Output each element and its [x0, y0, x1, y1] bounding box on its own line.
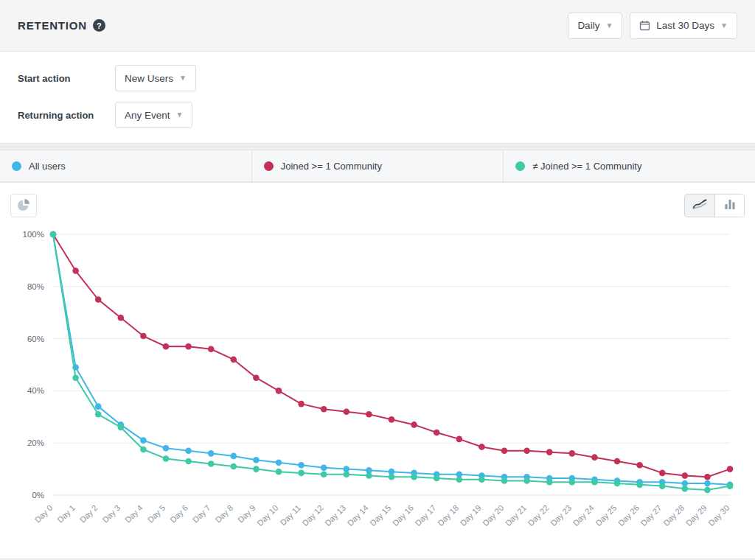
- data-point[interactable]: [72, 267, 79, 274]
- data-point[interactable]: [389, 474, 395, 480]
- data-point[interactable]: [636, 482, 643, 489]
- data-point[interactable]: [321, 471, 327, 477]
- data-point[interactable]: [682, 472, 689, 479]
- bar-chart-icon: [724, 198, 736, 213]
- data-point[interactable]: [411, 421, 417, 428]
- data-point[interactable]: [163, 445, 170, 452]
- data-point[interactable]: [185, 343, 192, 350]
- data-point[interactable]: [163, 343, 170, 350]
- data-point[interactable]: [344, 471, 350, 477]
- data-point[interactable]: [231, 357, 237, 363]
- data-point[interactable]: [185, 448, 192, 455]
- line-chart-view-button[interactable]: [685, 195, 714, 217]
- data-point[interactable]: [659, 483, 666, 489]
- data-point[interactable]: [95, 296, 102, 303]
- data-point[interactable]: [140, 437, 147, 444]
- data-point[interactable]: [591, 479, 598, 486]
- data-point[interactable]: [682, 486, 689, 492]
- data-point[interactable]: [636, 462, 643, 469]
- data-point[interactable]: [434, 430, 440, 436]
- data-point[interactable]: [185, 458, 192, 465]
- svg-text:Day 8: Day 8: [213, 503, 234, 525]
- data-point[interactable]: [95, 411, 102, 418]
- svg-text:Day 7: Day 7: [191, 503, 212, 525]
- data-point[interactable]: [298, 470, 305, 477]
- data-point[interactable]: [456, 436, 463, 443]
- legend-item-not-joined-community[interactable]: ≠ Joined >= 1 Community: [504, 150, 755, 181]
- svg-text:100%: 100%: [23, 230, 44, 239]
- data-point[interactable]: [591, 454, 598, 461]
- data-point[interactable]: [140, 333, 147, 340]
- svg-text:Day 27: Day 27: [639, 503, 663, 528]
- data-point[interactable]: [501, 477, 508, 484]
- data-point[interactable]: [614, 458, 621, 465]
- data-point[interactable]: [95, 403, 102, 410]
- help-icon[interactable]: ?: [93, 19, 105, 32]
- data-point[interactable]: [366, 411, 372, 418]
- data-point[interactable]: [614, 480, 621, 487]
- data-point[interactable]: [523, 477, 530, 484]
- data-point[interactable]: [546, 479, 553, 486]
- data-point[interactable]: [523, 448, 530, 455]
- header-controls: Daily ▼ Last 30 Days ▼: [568, 13, 737, 39]
- svg-text:0%: 0%: [32, 491, 44, 500]
- date-range-value: Last 30 Days: [656, 20, 714, 31]
- legend-item-all-users[interactable]: All users: [0, 150, 252, 181]
- data-point[interactable]: [276, 469, 282, 475]
- svg-text:Day 21: Day 21: [504, 503, 528, 528]
- data-point[interactable]: [208, 346, 215, 352]
- data-point[interactable]: [659, 470, 666, 477]
- legend-label: All users: [29, 161, 66, 172]
- data-point[interactable]: [118, 315, 125, 321]
- start-action-dropdown[interactable]: New Users ▼: [115, 65, 196, 91]
- data-point[interactable]: [321, 465, 327, 472]
- calendar-icon: [639, 20, 650, 31]
- data-point[interactable]: [569, 450, 576, 457]
- data-point[interactable]: [276, 388, 282, 394]
- legend-item-joined-community[interactable]: Joined >= 1 Community: [252, 150, 504, 181]
- data-point[interactable]: [389, 416, 395, 423]
- data-point[interactable]: [704, 487, 711, 494]
- data-point[interactable]: [727, 466, 734, 472]
- data-point[interactable]: [163, 455, 170, 462]
- data-point[interactable]: [208, 450, 215, 457]
- data-point[interactable]: [704, 474, 711, 480]
- data-point[interactable]: [298, 401, 305, 407]
- data-point[interactable]: [231, 463, 237, 470]
- bar-chart-view-button[interactable]: [714, 195, 744, 217]
- data-point[interactable]: [298, 462, 305, 469]
- chart-area: 0%20%40%60%80%100%Day 0Day 1Day 2Day 3Da…: [10, 224, 745, 557]
- data-point[interactable]: [366, 472, 372, 479]
- data-point[interactable]: [276, 459, 282, 466]
- data-point[interactable]: [321, 406, 327, 413]
- data-point[interactable]: [253, 374, 260, 381]
- svg-text:Day 29: Day 29: [684, 503, 709, 528]
- data-point[interactable]: [140, 447, 147, 453]
- data-point[interactable]: [118, 424, 125, 431]
- data-point[interactable]: [569, 479, 576, 486]
- data-point[interactable]: [253, 457, 260, 463]
- data-point[interactable]: [434, 475, 440, 482]
- data-point[interactable]: [253, 466, 260, 472]
- data-point[interactable]: [727, 483, 734, 489]
- segmentation-button[interactable]: [10, 194, 37, 217]
- svg-text:Day 20: Day 20: [481, 503, 505, 528]
- svg-text:60%: 60%: [27, 335, 44, 343]
- data-point[interactable]: [411, 474, 417, 480]
- granularity-dropdown[interactable]: Daily ▼: [568, 13, 622, 39]
- returning-action-dropdown[interactable]: Any Event ▼: [115, 102, 192, 128]
- data-point[interactable]: [456, 476, 463, 483]
- data-point[interactable]: [50, 231, 57, 238]
- data-point[interactable]: [704, 480, 711, 487]
- data-point[interactable]: [208, 461, 215, 467]
- date-range-dropdown[interactable]: Last 30 Days ▼: [630, 13, 737, 39]
- data-point[interactable]: [479, 476, 485, 483]
- data-point[interactable]: [72, 374, 79, 381]
- data-point[interactable]: [231, 453, 237, 460]
- data-point[interactable]: [479, 444, 485, 450]
- svg-text:Day 24: Day 24: [571, 503, 596, 528]
- data-point[interactable]: [501, 448, 508, 455]
- data-point[interactable]: [344, 408, 350, 415]
- retention-line-chart[interactable]: 0%20%40%60%80%100%Day 0Day 1Day 2Day 3Da…: [10, 224, 745, 554]
- data-point[interactable]: [546, 449, 553, 455]
